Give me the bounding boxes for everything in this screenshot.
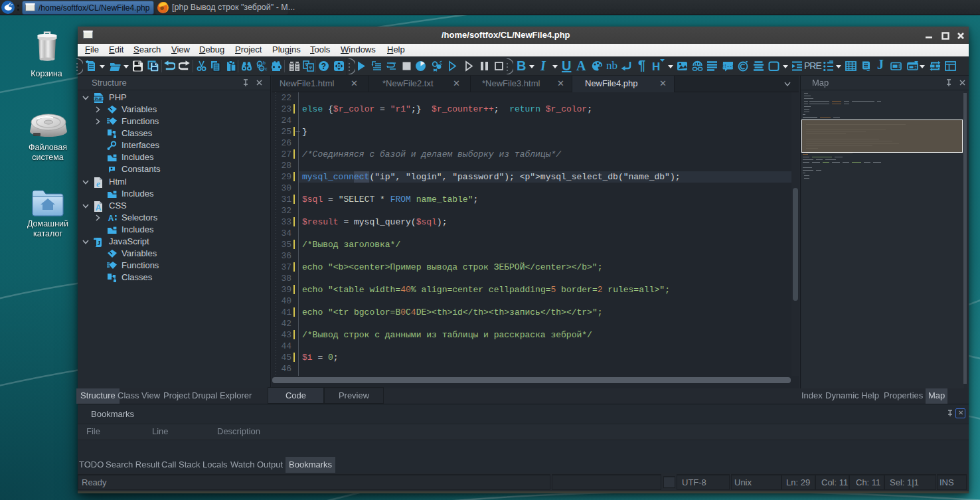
svg-text:PHP: PHP [95,97,103,101]
svg-text:@: @ [260,67,264,71]
svg-text:A: A [96,203,102,212]
svg-text:<!-->: <!--> [722,64,734,69]
svg-text:A: A [108,214,114,223]
svg-text:c: c [265,66,268,71]
svg-text:b: b [263,60,266,65]
svg-text:e: e [96,179,100,188]
svg-text:?: ? [321,62,326,71]
svg-text:J: J [98,240,101,246]
